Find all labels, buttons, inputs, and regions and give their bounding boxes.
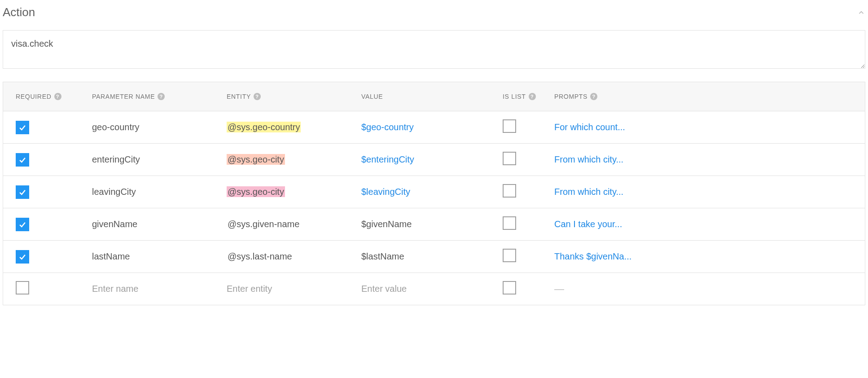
help-icon[interactable]: ? xyxy=(158,93,165,100)
required-checkbox[interactable] xyxy=(16,218,29,231)
col-islist: IS LIST ? xyxy=(503,93,554,100)
value[interactable]: $geo-country xyxy=(361,122,503,132)
required-checkbox[interactable] xyxy=(16,281,29,294)
help-icon[interactable]: ? xyxy=(254,93,261,100)
islist-checkbox[interactable] xyxy=(503,249,516,262)
table-row-new: Enter nameEnter entityEnter value— xyxy=(3,273,865,305)
required-checkbox[interactable] xyxy=(16,121,29,134)
required-checkbox[interactable] xyxy=(16,153,29,167)
help-icon[interactable]: ? xyxy=(54,93,61,100)
islist-checkbox[interactable] xyxy=(503,281,516,294)
prompts-link[interactable]: From which city... xyxy=(554,187,852,197)
parameters-table: REQUIRED ? PARAMETER NAME ? ENTITY ? VAL… xyxy=(3,82,865,305)
action-name-input[interactable] xyxy=(3,30,865,69)
chevron-up-icon[interactable] xyxy=(857,9,865,17)
table-row: leavingCity@sys.geo-city$leavingCityFrom… xyxy=(3,176,865,208)
table-row: lastName@sys.last-name$lastNameThanks $g… xyxy=(3,241,865,273)
entity[interactable]: @sys.geo-city xyxy=(227,154,361,165)
islist-checkbox[interactable] xyxy=(503,119,516,133)
col-entity: ENTITY ? xyxy=(227,93,361,100)
prompts-link[interactable]: Can I take your... xyxy=(554,219,852,229)
prompts-link[interactable]: For which count... xyxy=(554,122,852,132)
value[interactable]: $lastName xyxy=(361,251,503,262)
entity[interactable]: @sys.last-name xyxy=(227,251,361,262)
prompts-link[interactable]: Thanks $givenNa... xyxy=(554,251,852,262)
help-icon[interactable]: ? xyxy=(590,93,597,100)
param-name[interactable]: enteringCity xyxy=(92,154,227,165)
col-param-name: PARAMETER NAME ? xyxy=(92,93,227,100)
col-required: REQUIRED ? xyxy=(16,93,92,100)
param-name[interactable]: geo-country xyxy=(92,122,227,132)
param-name[interactable]: lastName xyxy=(92,251,227,262)
help-icon[interactable]: ? xyxy=(529,93,536,100)
param-name[interactable]: givenName xyxy=(92,219,227,229)
required-checkbox[interactable] xyxy=(16,185,29,199)
prompts-link[interactable]: From which city... xyxy=(554,154,852,165)
section-title: Action xyxy=(3,5,35,19)
table-row: geo-country@sys.geo-country$geo-countryF… xyxy=(3,111,865,144)
table-body: geo-country@sys.geo-country$geo-countryF… xyxy=(3,111,865,305)
table-row: enteringCity@sys.geo-city$enteringCityFr… xyxy=(3,144,865,176)
value[interactable]: $leavingCity xyxy=(361,187,503,197)
entity[interactable]: @sys.given-name xyxy=(227,219,361,229)
section-header: Action xyxy=(3,2,865,30)
value[interactable]: $enteringCity xyxy=(361,154,503,165)
prompts-placeholder: — xyxy=(554,283,852,295)
value[interactable]: $givenName xyxy=(361,219,503,229)
islist-checkbox[interactable] xyxy=(503,184,516,198)
col-prompts: PROMPTS ? xyxy=(554,93,852,100)
table-header: REQUIRED ? PARAMETER NAME ? ENTITY ? VAL… xyxy=(3,82,865,111)
param-name-input[interactable]: Enter name xyxy=(92,284,227,294)
required-checkbox[interactable] xyxy=(16,250,29,264)
islist-checkbox[interactable] xyxy=(503,152,516,165)
col-value: VALUE xyxy=(361,93,503,100)
table-row: givenName@sys.given-name$givenNameCan I … xyxy=(3,208,865,241)
islist-checkbox[interactable] xyxy=(503,216,516,230)
entity[interactable]: @sys.geo-city xyxy=(227,187,361,197)
entity-input[interactable]: Enter entity xyxy=(227,284,361,294)
entity[interactable]: @sys.geo-country xyxy=(227,122,361,132)
value-input[interactable]: Enter value xyxy=(361,284,503,294)
param-name[interactable]: leavingCity xyxy=(92,187,227,197)
